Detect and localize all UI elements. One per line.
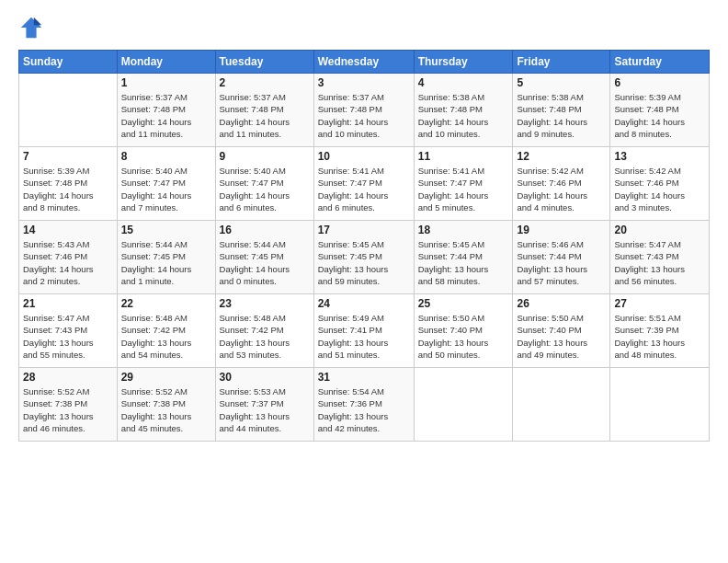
day-info: Sunrise: 5:42 AMSunset: 7:46 PMDaylight:… <box>614 165 705 213</box>
day-info: Sunrise: 5:54 AMSunset: 7:36 PMDaylight:… <box>318 385 410 434</box>
weekday-header-monday: Monday <box>117 51 215 74</box>
calendar-cell: 22Sunrise: 5:48 AMSunset: 7:42 PMDayligh… <box>117 294 215 368</box>
day-number: 12 <box>517 150 606 163</box>
logo <box>18 15 46 40</box>
day-info: Sunrise: 5:53 AMSunset: 7:37 PMDaylight:… <box>220 385 310 434</box>
day-info: Sunrise: 5:49 AMSunset: 7:41 PMDaylight:… <box>318 312 410 361</box>
day-info: Sunrise: 5:47 AMSunset: 7:43 PMDaylight:… <box>23 312 113 361</box>
day-info: Sunrise: 5:38 AMSunset: 7:48 PMDaylight:… <box>418 91 509 140</box>
day-info: Sunrise: 5:39 AMSunset: 7:48 PMDaylight:… <box>23 165 113 213</box>
header <box>18 15 710 40</box>
day-info: Sunrise: 5:42 AMSunset: 7:46 PMDaylight:… <box>517 165 606 213</box>
day-number: 21 <box>23 297 113 310</box>
calendar-cell: 20Sunrise: 5:47 AMSunset: 7:43 PMDayligh… <box>610 221 710 294</box>
calendar-cell <box>513 368 610 442</box>
day-info: Sunrise: 5:37 AMSunset: 7:48 PMDaylight:… <box>220 91 310 140</box>
day-info: Sunrise: 5:51 AMSunset: 7:39 PMDaylight:… <box>614 312 705 361</box>
calendar-cell: 12Sunrise: 5:42 AMSunset: 7:46 PMDayligh… <box>513 147 610 221</box>
day-info: Sunrise: 5:48 AMSunset: 7:42 PMDaylight:… <box>220 312 310 361</box>
calendar-cell: 3Sunrise: 5:37 AMSunset: 7:48 PMDaylight… <box>313 74 414 147</box>
page: SundayMondayTuesdayWednesdayThursdayFrid… <box>0 0 728 563</box>
day-info: Sunrise: 5:52 AMSunset: 7:38 PMDaylight:… <box>121 385 211 434</box>
day-info: Sunrise: 5:41 AMSunset: 7:47 PMDaylight:… <box>418 165 509 213</box>
weekday-header-sunday: Sunday <box>19 51 118 74</box>
day-number: 29 <box>121 371 211 384</box>
day-info: Sunrise: 5:48 AMSunset: 7:42 PMDaylight:… <box>121 312 211 361</box>
calendar-cell: 9Sunrise: 5:40 AMSunset: 7:47 PMDaylight… <box>215 147 313 221</box>
day-info: Sunrise: 5:50 AMSunset: 7:40 PMDaylight:… <box>418 312 509 361</box>
day-info: Sunrise: 5:46 AMSunset: 7:44 PMDaylight:… <box>517 238 606 287</box>
svg-marker-0 <box>21 17 41 38</box>
calendar-cell: 15Sunrise: 5:44 AMSunset: 7:45 PMDayligh… <box>117 221 215 294</box>
svg-marker-1 <box>34 17 41 25</box>
day-number: 1 <box>121 76 211 89</box>
day-number: 24 <box>318 297 410 310</box>
calendar-cell: 25Sunrise: 5:50 AMSunset: 7:40 PMDayligh… <box>414 294 513 368</box>
week-row-4: 21Sunrise: 5:47 AMSunset: 7:43 PMDayligh… <box>19 294 710 368</box>
day-number: 9 <box>220 150 310 163</box>
day-info: Sunrise: 5:37 AMSunset: 7:48 PMDaylight:… <box>121 91 211 140</box>
day-info: Sunrise: 5:41 AMSunset: 7:47 PMDaylight:… <box>318 165 410 213</box>
day-info: Sunrise: 5:37 AMSunset: 7:48 PMDaylight:… <box>318 91 410 140</box>
weekday-header-saturday: Saturday <box>610 51 710 74</box>
calendar-cell <box>414 368 513 442</box>
calendar-cell: 18Sunrise: 5:45 AMSunset: 7:44 PMDayligh… <box>414 221 513 294</box>
day-number: 6 <box>614 76 705 89</box>
day-number: 28 <box>23 371 113 384</box>
calendar-cell: 30Sunrise: 5:53 AMSunset: 7:37 PMDayligh… <box>215 368 313 442</box>
day-number: 31 <box>318 371 410 384</box>
calendar-cell: 23Sunrise: 5:48 AMSunset: 7:42 PMDayligh… <box>215 294 313 368</box>
day-info: Sunrise: 5:47 AMSunset: 7:43 PMDaylight:… <box>614 238 705 287</box>
day-number: 10 <box>318 150 410 163</box>
day-number: 16 <box>220 224 310 236</box>
day-number: 7 <box>23 150 113 163</box>
day-info: Sunrise: 5:44 AMSunset: 7:45 PMDaylight:… <box>220 238 310 287</box>
day-number: 13 <box>614 150 705 163</box>
day-number: 15 <box>121 224 211 236</box>
day-number: 11 <box>418 150 509 163</box>
day-number: 4 <box>418 76 509 89</box>
day-info: Sunrise: 5:45 AMSunset: 7:44 PMDaylight:… <box>418 238 509 287</box>
week-row-3: 14Sunrise: 5:43 AMSunset: 7:46 PMDayligh… <box>19 221 710 294</box>
calendar-cell: 6Sunrise: 5:39 AMSunset: 7:48 PMDaylight… <box>610 74 710 147</box>
day-number: 18 <box>418 224 509 236</box>
day-number: 5 <box>517 76 606 89</box>
calendar-cell: 11Sunrise: 5:41 AMSunset: 7:47 PMDayligh… <box>414 147 513 221</box>
calendar-cell <box>610 368 710 442</box>
day-info: Sunrise: 5:40 AMSunset: 7:47 PMDaylight:… <box>220 165 310 213</box>
day-number: 19 <box>517 224 606 236</box>
calendar-cell: 24Sunrise: 5:49 AMSunset: 7:41 PMDayligh… <box>313 294 414 368</box>
weekday-header-friday: Friday <box>513 51 610 74</box>
weekday-header-tuesday: Tuesday <box>215 51 313 74</box>
day-number: 27 <box>614 297 705 310</box>
calendar-cell <box>19 74 118 147</box>
calendar-cell: 27Sunrise: 5:51 AMSunset: 7:39 PMDayligh… <box>610 294 710 368</box>
calendar-cell: 7Sunrise: 5:39 AMSunset: 7:48 PMDaylight… <box>19 147 118 221</box>
week-row-2: 7Sunrise: 5:39 AMSunset: 7:48 PMDaylight… <box>19 147 710 221</box>
calendar-cell: 13Sunrise: 5:42 AMSunset: 7:46 PMDayligh… <box>610 147 710 221</box>
day-info: Sunrise: 5:39 AMSunset: 7:48 PMDaylight:… <box>614 91 705 140</box>
calendar-cell: 21Sunrise: 5:47 AMSunset: 7:43 PMDayligh… <box>19 294 118 368</box>
day-number: 22 <box>121 297 211 310</box>
calendar-cell: 16Sunrise: 5:44 AMSunset: 7:45 PMDayligh… <box>215 221 313 294</box>
calendar-cell: 29Sunrise: 5:52 AMSunset: 7:38 PMDayligh… <box>117 368 215 442</box>
calendar-cell: 31Sunrise: 5:54 AMSunset: 7:36 PMDayligh… <box>313 368 414 442</box>
calendar-cell: 19Sunrise: 5:46 AMSunset: 7:44 PMDayligh… <box>513 221 610 294</box>
day-number: 20 <box>614 224 705 236</box>
day-number: 3 <box>318 76 410 89</box>
day-number: 14 <box>23 224 113 236</box>
day-info: Sunrise: 5:44 AMSunset: 7:45 PMDaylight:… <box>121 238 211 287</box>
weekday-header-thursday: Thursday <box>414 51 513 74</box>
day-info: Sunrise: 5:43 AMSunset: 7:46 PMDaylight:… <box>23 238 113 287</box>
day-number: 2 <box>220 76 310 89</box>
calendar-cell: 2Sunrise: 5:37 AMSunset: 7:48 PMDaylight… <box>215 74 313 147</box>
logo-icon <box>18 15 44 40</box>
day-number: 23 <box>220 297 310 310</box>
day-info: Sunrise: 5:45 AMSunset: 7:45 PMDaylight:… <box>318 238 410 287</box>
calendar-cell: 28Sunrise: 5:52 AMSunset: 7:38 PMDayligh… <box>19 368 118 442</box>
day-number: 17 <box>318 224 410 236</box>
calendar-cell: 5Sunrise: 5:38 AMSunset: 7:48 PMDaylight… <box>513 74 610 147</box>
calendar-table: SundayMondayTuesdayWednesdayThursdayFrid… <box>18 50 710 442</box>
day-info: Sunrise: 5:52 AMSunset: 7:38 PMDaylight:… <box>23 385 113 434</box>
calendar-header-row: SundayMondayTuesdayWednesdayThursdayFrid… <box>19 51 710 74</box>
